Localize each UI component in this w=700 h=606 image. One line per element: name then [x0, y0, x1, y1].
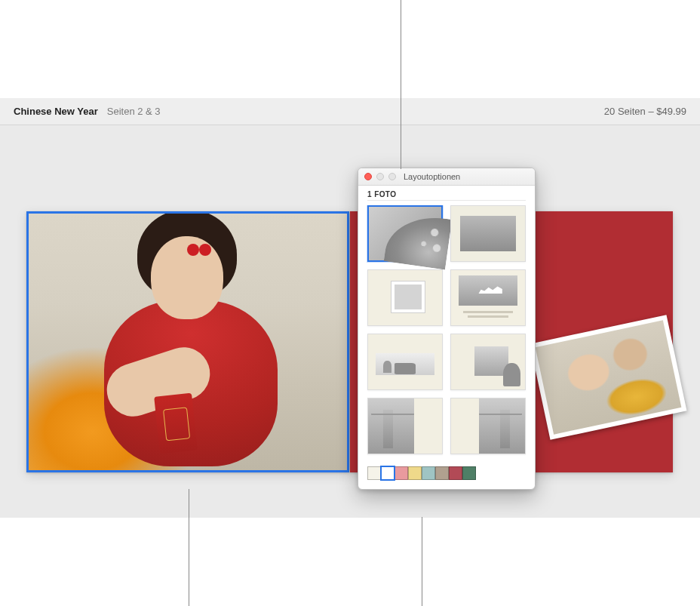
- photo-child-figure: [112, 229, 262, 455]
- project-header: Chinese New Year Seiten 2 & 3 20 Seiten …: [0, 98, 700, 125]
- divider: [367, 200, 526, 201]
- photo-tilted-frame[interactable]: [530, 315, 687, 440]
- color-swatch[interactable]: [449, 466, 462, 480]
- callout-line-bottom-right: [422, 517, 422, 606]
- layout-thumb-full-bleed[interactable]: [367, 205, 443, 262]
- book-spread: Optionen: [0, 125, 700, 518]
- popover-title: Layoutoptionen: [404, 172, 460, 181]
- color-swatch[interactable]: [408, 466, 422, 480]
- color-swatch[interactable]: [422, 466, 435, 480]
- close-icon[interactable]: [364, 173, 372, 180]
- layout-thumb-float-right[interactable]: [450, 334, 526, 390]
- project-title: Chinese New Year: [14, 106, 98, 117]
- layout-thumb-half-bridge-right[interactable]: [450, 398, 526, 454]
- popover-titlebar: Layoutoptionen: [358, 168, 535, 186]
- book-page-left[interactable]: Optionen: [26, 211, 349, 472]
- color-swatch[interactable]: [381, 466, 395, 480]
- project-summary: 20 Seiten – $49.99: [604, 106, 686, 117]
- color-swatch[interactable]: [462, 466, 476, 480]
- layout-thumb-top-band-strip[interactable]: [367, 334, 443, 390]
- color-swatch[interactable]: [435, 466, 449, 480]
- photo-placeholder: [536, 320, 682, 434]
- color-swatch[interactable]: [367, 466, 381, 480]
- layout-thumb-half-bridge-left[interactable]: [367, 398, 443, 454]
- page-range-label: Seiten 2 & 3: [107, 106, 161, 117]
- color-swatch[interactable]: [395, 466, 408, 480]
- window-traffic-lights: [364, 173, 396, 180]
- callout-line-bottom-left: [189, 489, 189, 606]
- layout-thumb-centered-landscape[interactable]: [450, 205, 526, 262]
- layout-thumb-landscape-caption[interactable]: [450, 269, 526, 326]
- layout-options-popover: Layoutoptionen 1 FOTO: [358, 168, 536, 490]
- minimize-icon: [376, 173, 384, 180]
- background-color-swatches: [358, 460, 535, 489]
- layout-thumb-small-framed[interactable]: [367, 269, 443, 326]
- callout-line-top: [401, 0, 401, 169]
- layout-section-label: 1 FOTO: [358, 186, 535, 200]
- layout-thumbnails-grid: [358, 205, 535, 460]
- zoom-icon: [388, 173, 396, 180]
